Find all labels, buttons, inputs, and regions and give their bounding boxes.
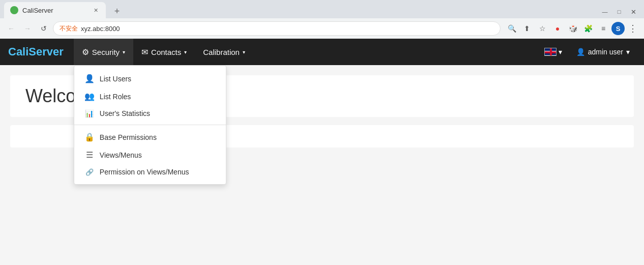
nav-item-calibration[interactable]: Calibration ▾ bbox=[195, 39, 253, 65]
maximize-button[interactable]: □ bbox=[612, 5, 626, 18]
active-tab[interactable]: CaliServer ✕ bbox=[4, 2, 106, 18]
dropdown-item-users-statistics[interactable]: 📊 User's Statistics bbox=[74, 105, 226, 122]
list-users-label: List Users bbox=[100, 75, 131, 83]
forward-button[interactable]: → bbox=[20, 21, 35, 36]
tab-bar: CaliServer ✕ + — □ ✕ bbox=[0, 0, 644, 18]
security-caret-icon: ▾ bbox=[123, 49, 125, 55]
new-tab-button[interactable]: + bbox=[110, 4, 124, 18]
bookmark-icon[interactable]: ☆ bbox=[535, 21, 549, 36]
tab-favicon bbox=[10, 6, 18, 14]
app: CaliServer ⚙ Security ▾ 👤 List Users 👥 L… bbox=[0, 39, 644, 265]
user-menu-button[interactable]: 👤 admin user ▾ bbox=[570, 39, 636, 65]
tab-close-button[interactable]: ✕ bbox=[92, 6, 100, 14]
security-nav-label: Security bbox=[92, 48, 120, 56]
ext2-icon[interactable]: 🎲 bbox=[566, 21, 580, 36]
profile-icon[interactable]: S bbox=[611, 22, 625, 35]
menu-icon[interactable]: ⋮ bbox=[626, 21, 640, 36]
permission-views-icon: 🔗 bbox=[84, 168, 95, 176]
list-roles-label: List Roles bbox=[100, 93, 131, 101]
base-permissions-icon: 🔒 bbox=[84, 132, 95, 142]
contacts-caret-icon: ▾ bbox=[184, 49, 187, 55]
security-nav-icon: ⚙ bbox=[82, 47, 89, 57]
list-users-icon: 👤 bbox=[84, 74, 95, 83]
tab-title: CaliServer bbox=[22, 7, 53, 14]
brand-logo[interactable]: CaliServer bbox=[8, 45, 64, 58]
flag-icon bbox=[544, 48, 557, 56]
users-statistics-icon: 📊 bbox=[84, 109, 95, 117]
cast-icon[interactable]: ≡ bbox=[596, 21, 610, 36]
users-statistics-label: User's Statistics bbox=[100, 109, 150, 117]
close-button[interactable]: ✕ bbox=[627, 5, 640, 18]
language-button[interactable]: ▾ bbox=[538, 39, 568, 65]
zoom-icon[interactable]: 🔍 bbox=[505, 21, 519, 36]
user-label: admin user bbox=[588, 48, 623, 56]
nav-right: ▾ 👤 admin user ▾ bbox=[538, 39, 636, 65]
extensions-icon[interactable]: 🧩 bbox=[581, 21, 595, 36]
dropdown-item-permission-views[interactable]: 🔗 Permission on Views/Menus bbox=[74, 164, 226, 180]
dropdown-divider bbox=[74, 125, 226, 125]
navbar: CaliServer ⚙ Security ▾ 👤 List Users 👥 L… bbox=[0, 39, 644, 65]
contacts-nav-icon: ✉ bbox=[141, 47, 148, 57]
dropdown-item-base-permissions[interactable]: 🔒 Base Permissions bbox=[74, 128, 226, 146]
views-menus-label: Views/Menus bbox=[100, 151, 142, 159]
toolbar-icons: 🔍 ⬆ ☆ ● 🎲 🧩 ≡ S ⋮ bbox=[505, 21, 640, 36]
nav-item-contacts[interactable]: ✉ Contacts ▾ bbox=[133, 39, 195, 65]
language-caret: ▾ bbox=[559, 48, 562, 56]
nav-item-security[interactable]: ⚙ Security ▾ 👤 List Users 👥 List Roles bbox=[74, 39, 133, 65]
dropdown-item-list-roles[interactable]: 👥 List Roles bbox=[74, 87, 226, 105]
permission-views-label: Permission on Views/Menus bbox=[100, 168, 189, 176]
address-bar-row: ← → ↺ 不安全 xyz.abc:8000 🔍 ⬆ ☆ ● 🎲 🧩 ≡ S ⋮ bbox=[0, 18, 644, 39]
dropdown-item-list-users[interactable]: 👤 List Users bbox=[74, 70, 226, 87]
share-icon[interactable]: ⬆ bbox=[520, 21, 534, 36]
url-text: xyz.abc:8000 bbox=[81, 25, 120, 33]
views-menus-icon: ☰ bbox=[84, 150, 95, 160]
calibration-caret-icon: ▾ bbox=[243, 49, 245, 55]
minimize-button[interactable]: — bbox=[598, 5, 611, 18]
dropdown-item-views-menus[interactable]: ☰ Views/Menus bbox=[74, 146, 226, 164]
refresh-button[interactable]: ↺ bbox=[37, 21, 51, 36]
list-roles-icon: 👥 bbox=[84, 92, 95, 101]
user-caret: ▾ bbox=[626, 48, 630, 56]
base-permissions-label: Base Permissions bbox=[100, 133, 157, 141]
address-bar[interactable]: 不安全 xyz.abc:8000 bbox=[53, 21, 501, 36]
browser-window: CaliServer ✕ + — □ ✕ ← → ↺ 不安全 xyz.abc:8… bbox=[0, 0, 644, 265]
calibration-nav-label: Calibration bbox=[203, 48, 240, 56]
ext1-icon[interactable]: ● bbox=[550, 21, 565, 36]
window-controls: — □ ✕ bbox=[598, 5, 640, 18]
contacts-nav-label: Contacts bbox=[151, 48, 181, 56]
security-dropdown: 👤 List Users 👥 List Roles 📊 User's Stati… bbox=[74, 65, 226, 185]
back-button[interactable]: ← bbox=[4, 21, 18, 36]
insecure-label: 不安全 bbox=[60, 24, 78, 33]
user-icon: 👤 bbox=[576, 48, 585, 56]
